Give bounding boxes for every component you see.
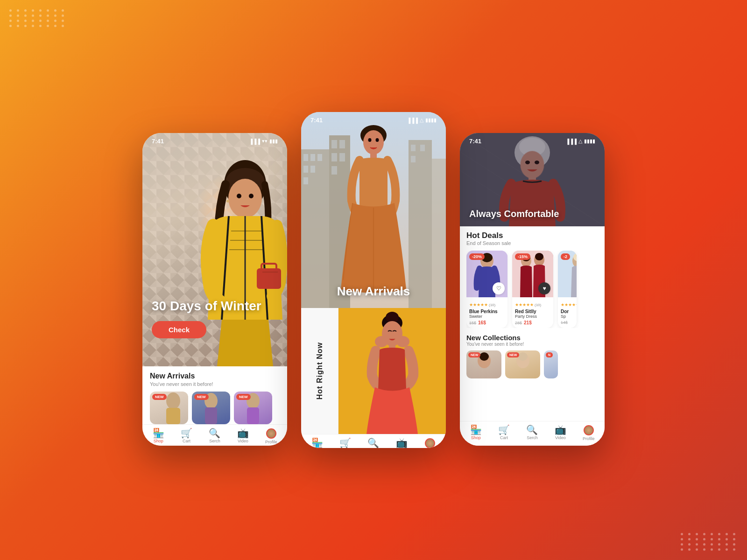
hot-label-vertical: Hot Right Now (301, 308, 338, 434)
arrival-card-3[interactable]: NEW (234, 392, 272, 424)
nav-shop-left[interactable]: 🏪 Shop (148, 428, 169, 444)
svg-point-42 (363, 130, 384, 154)
status-bar-left: 7:41 ▐▐▐ ▾▾ ▮▮▮ (142, 133, 287, 147)
new-arrivals-subtitle-left: You've never seen it before! (150, 381, 280, 387)
nav-profile-left[interactable]: Profile (261, 428, 282, 444)
cart-icon-center: 🛒 (339, 438, 351, 448)
nav-shop-right[interactable]: 🏪 Shop (465, 425, 486, 441)
hero-image-right: 7:41 ▐▐▐ △ ▮▮▮▮ Always Comfortable (460, 133, 605, 226)
hero-image-center: New Arrivals (301, 112, 446, 308)
svg-point-4 (249, 194, 254, 198)
search-icon-right: 🔍 (526, 425, 538, 434)
shop-icon-left: 🏪 (153, 428, 164, 438)
hero-center-label: New Arrivals (337, 284, 410, 299)
video-icon-left: 📺 (237, 428, 249, 438)
collection-card-3[interactable]: N (544, 350, 558, 378)
status-time-left: 7:41 (152, 138, 164, 145)
new-arrivals-section-left: New Arrivals You've never seen it before… (142, 366, 287, 424)
collection-card-1[interactable]: NEW (466, 350, 501, 378)
profile-avatar-left (266, 428, 276, 439)
hero-section-left: 7:41 ▐▐▐ ▾▾ ▮▮▮ 30 Days of Winter Check (142, 133, 287, 366)
decorative-dots-br (681, 533, 738, 551)
price-new-1: 16$ (478, 320, 486, 325)
nav-video-right[interactable]: 📺 Video (550, 425, 571, 441)
hero-text-overlay-left: 30 Days of Winter Check (152, 299, 261, 338)
svg-point-2 (228, 179, 262, 218)
hero-section-right: 7:41 ▐▐▐ △ ▮▮▮▮ Always Comfortable (460, 133, 605, 226)
phone-right: 7:41 ▐▐▐ △ ▮▮▮▮ Always Comfortable Hot D… (460, 133, 605, 446)
wifi-icon-right: △ (578, 138, 582, 144)
svg-rect-21 (247, 407, 259, 424)
collections-row: NEW NEW N (466, 350, 598, 378)
bottom-nav-left: 🏪 Shop 🛒 Cart 🔍 Serch 📺 Video Profile (142, 424, 287, 446)
nav-cart-center[interactable]: 🛒 Cart (335, 438, 356, 448)
hot-section-center: Hot Right Now (301, 308, 446, 434)
svg-rect-40 (432, 159, 446, 308)
collection-card-2[interactable]: NEW (505, 350, 540, 378)
nav-video-left[interactable]: 📺 Video (233, 428, 253, 444)
price-row-1: 15$ 16$ (469, 320, 505, 325)
nav-search-left[interactable]: 🔍 Serch (204, 428, 225, 444)
product-card-1[interactable]: -20% ♡ ★★★★★(10) Blue Perkins Sweter 15$… (466, 251, 507, 328)
video-icon-right: 📺 (555, 425, 566, 434)
signal-icon-right: ▐▐▐ (566, 139, 577, 144)
search-icon-center: 🔍 (367, 438, 379, 448)
svg-rect-34 (339, 140, 345, 148)
svg-rect-38 (420, 145, 425, 151)
nav-cart-left[interactable]: 🛒 Cart (176, 428, 197, 444)
check-button[interactable]: Check (152, 321, 206, 338)
battery-icon-right: ▮▮▮▮ (584, 138, 595, 144)
svg-rect-32 (331, 153, 337, 161)
nav-search-right[interactable]: 🔍 Serch (522, 425, 543, 441)
product-type-3: Sp (561, 314, 574, 319)
hot-image-right (338, 308, 446, 434)
price-row-2: 28$ 21$ (515, 320, 550, 325)
nav-shop-center[interactable]: 🏪 Shop (307, 438, 327, 448)
svg-point-44 (376, 138, 379, 142)
wifi-icon: ▾▾ (262, 138, 268, 144)
heart-button-1[interactable]: ♡ (493, 282, 505, 294)
svg-point-51 (396, 336, 409, 347)
nav-cart-right[interactable]: 🛒 Cart (494, 425, 514, 441)
discount-badge-1: -20% (469, 253, 485, 260)
product-card-3[interactable]: -2 ★★★★★ Dor Sp 14$ (558, 251, 577, 328)
bottom-nav-center: 🏪 Shop 🛒 Cart 🔍 Serch 📺 Video Profile (301, 434, 446, 448)
price-old-3: 14$ (561, 320, 568, 325)
nav-profile-right[interactable]: Profile (578, 425, 599, 441)
stars-1: ★★★★★ (469, 302, 488, 307)
svg-point-43 (368, 138, 372, 142)
svg-rect-25 (303, 166, 308, 173)
hot-person-svg (338, 308, 446, 434)
nav-search-center[interactable]: 🔍 Serch (363, 438, 384, 448)
nav-label-profile-left: Profile (265, 440, 277, 444)
svg-rect-26 (303, 177, 308, 184)
nav-profile-center[interactable]: Profile (420, 438, 440, 448)
always-comfortable-overlay: Always Comfortable (469, 209, 559, 219)
svg-rect-36 (409, 140, 432, 308)
cart-icon-left: 🛒 (181, 428, 192, 438)
product-image-1: -20% ♡ (466, 251, 507, 297)
content-right: Hot Deals End of Season sale (460, 226, 605, 421)
product-image-3: -2 (558, 251, 577, 297)
product-card-2[interactable]: -15% ♥ ★★★★★(10) Red Sitlly Party Dress … (512, 251, 553, 328)
battery-icon-center: ▮▮▮▮ (425, 117, 437, 123)
reviews-1: (10) (489, 303, 495, 307)
cart-icon-right: 🛒 (498, 425, 510, 434)
discount-badge-2: -15% (515, 253, 530, 260)
nav-label-shop-left: Shop (154, 439, 163, 443)
price-new-2: 21$ (524, 320, 532, 325)
nav-label-cart-right: Cart (500, 435, 508, 440)
arrival-card-1[interactable]: NEW (150, 392, 188, 424)
arrivals-row-left: NEW NEW NEW (150, 392, 280, 424)
svg-point-16 (166, 392, 180, 409)
svg-rect-28 (310, 166, 315, 173)
product-info-2: ★★★★★(10) Red Sitlly Party Dress 28$ 21$ (512, 297, 553, 328)
arrival-card-2[interactable]: NEW (192, 392, 230, 424)
nav-label-search-right: Serch (527, 435, 538, 440)
hot-right-now-text: Hot Right Now (316, 342, 324, 399)
nav-video-center[interactable]: 📺 Video (391, 438, 412, 448)
profile-avatar-center (425, 438, 435, 448)
status-bar-right: 7:41 ▐▐▐ △ ▮▮▮▮ (460, 133, 605, 147)
product-type-2: Party Dress (515, 314, 550, 319)
heart-button-2[interactable]: ♥ (538, 282, 550, 294)
